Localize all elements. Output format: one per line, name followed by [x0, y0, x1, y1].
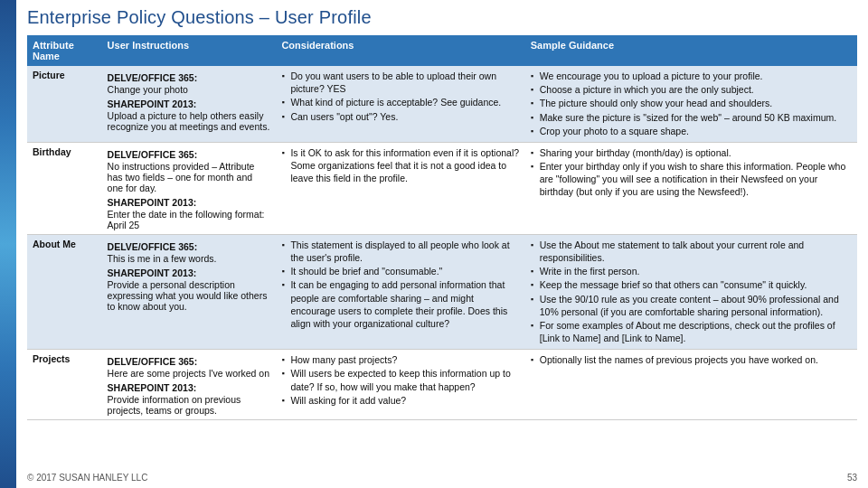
guidance-item: Use the About me statement to talk about… — [531, 239, 852, 264]
attribute-name-cell: About Me — [27, 234, 102, 349]
instructions-cell: DELVE/OFFICE 365:Here are some projects … — [102, 350, 277, 420]
guidance-item: The picture should only show your head a… — [531, 97, 852, 109]
instruction-section-text: Provide a personal description expressin… — [108, 279, 268, 312]
table-row: BirthdayDELVE/OFFICE 365:No instructions… — [27, 142, 857, 234]
guidance-cell: Sharing your birthday (month/day) is opt… — [525, 142, 857, 234]
page-title: Enterprise Policy Questions – User Profi… — [27, 7, 857, 28]
instruction-section-label: SHAREPOINT 2013: — [108, 197, 271, 208]
instruction-section-text: Change your photo — [108, 84, 188, 95]
consideration-item: This statement is displayed to all peopl… — [281, 239, 519, 264]
table-row: PictureDELVE/OFFICE 365:Change your phot… — [27, 66, 857, 142]
table-row: About MeDELVE/OFFICE 365:This is me in a… — [27, 234, 857, 349]
considerations-cell: Do you want users to be able to upload t… — [276, 66, 524, 142]
guidance-item: For some examples of About me descriptio… — [531, 319, 852, 344]
instruction-section-text: Here are some projects I've worked on — [108, 368, 269, 379]
guidance-item: Write in the first person. — [531, 265, 852, 277]
instruction-section-text: This is me in a few words. — [108, 253, 217, 264]
guidance-cell: Optionally list the names of previous pr… — [525, 350, 857, 420]
consideration-item: What kind of picture is acceptable? See … — [281, 96, 519, 108]
col-header-considerations: Considerations — [276, 35, 524, 66]
col-header-guidance: Sample Guidance — [525, 35, 857, 66]
blue-sidebar — [0, 0, 16, 488]
guidance-item: Keep the message brief so that others ca… — [531, 278, 852, 291]
footer: © 2017 SUSAN HANLEY LLC 53 — [16, 473, 868, 483]
col-header-attribute: Attribute Name — [27, 35, 102, 66]
instructions-cell: DELVE/OFFICE 365:This is me in a few wor… — [102, 234, 277, 349]
guidance-item: Make sure the picture is "sized for the … — [531, 111, 852, 124]
guidance-item: Use the 90/10 rule as you create content… — [531, 293, 852, 318]
instruction-section-label: DELVE/OFFICE 365: — [108, 149, 271, 160]
consideration-item: How many past projects? — [281, 353, 519, 366]
footer-page-number: 53 — [847, 473, 857, 483]
attribute-name-cell: Projects — [27, 350, 102, 420]
instruction-section-text: Enter the date in the following format: … — [108, 209, 265, 230]
col-header-instructions: User Instructions — [102, 35, 277, 66]
guidance-item: Crop your photo to a square shape. — [531, 125, 852, 137]
instruction-section-text: No instructions provided – Attribute has… — [108, 161, 255, 193]
consideration-item: Will asking for it add value? — [281, 394, 519, 407]
attribute-name-cell: Picture — [27, 66, 102, 142]
attribute-name-cell: Birthday — [27, 142, 102, 234]
consideration-item: Will users be expected to keep this info… — [281, 367, 519, 392]
guidance-cell: We encourage you to upload a picture to … — [525, 66, 857, 142]
guidance-item: Sharing your birthday (month/day) is opt… — [531, 146, 852, 159]
instruction-section-label: DELVE/OFFICE 365: — [108, 72, 271, 83]
consideration-item: Is it OK to ask for this information eve… — [281, 146, 519, 185]
consideration-item: Can users "opt out"? Yes. — [281, 110, 519, 123]
guidance-item: Optionally list the names of previous pr… — [531, 353, 852, 366]
considerations-cell: This statement is displayed to all peopl… — [276, 234, 524, 349]
instruction-section-label: DELVE/OFFICE 365: — [108, 356, 271, 367]
main-content: Enterprise Policy Questions – User Profi… — [16, 0, 868, 424]
footer-copyright: © 2017 SUSAN HANLEY LLC — [27, 473, 147, 483]
consideration-item: It should be brief and "consumable." — [281, 265, 519, 277]
guidance-item: Enter your birthday only if you wish to … — [531, 160, 852, 199]
guidance-cell: Use the About me statement to talk about… — [525, 234, 857, 349]
guidance-item: We encourage you to upload a picture to … — [531, 70, 852, 82]
instruction-section-text: Provide information on previous projects… — [108, 394, 241, 416]
instruction-section-label: DELVE/OFFICE 365: — [108, 241, 271, 252]
considerations-cell: How many past projects?Will users be exp… — [276, 350, 524, 420]
instructions-cell: DELVE/OFFICE 365:No instructions provide… — [102, 142, 277, 234]
instruction-section-label: SHAREPOINT 2013: — [108, 267, 271, 278]
instruction-section-text: Upload a picture to help others easily r… — [108, 110, 270, 132]
consideration-item: It can be engaging to add personal infor… — [281, 278, 519, 330]
instruction-section-label: SHAREPOINT 2013: — [108, 382, 271, 393]
instructions-cell: DELVE/OFFICE 365:Change your photoSHAREP… — [102, 66, 277, 142]
table-row: ProjectsDELVE/OFFICE 365:Here are some p… — [27, 350, 857, 420]
guidance-item: Choose a picture in which you are the on… — [531, 83, 852, 96]
consideration-item: Do you want users to be able to upload t… — [281, 70, 519, 95]
instruction-section-label: SHAREPOINT 2013: — [108, 99, 271, 109]
considerations-cell: Is it OK to ask for this information eve… — [276, 142, 524, 234]
policy-table: Attribute Name User Instructions Conside… — [27, 35, 857, 420]
